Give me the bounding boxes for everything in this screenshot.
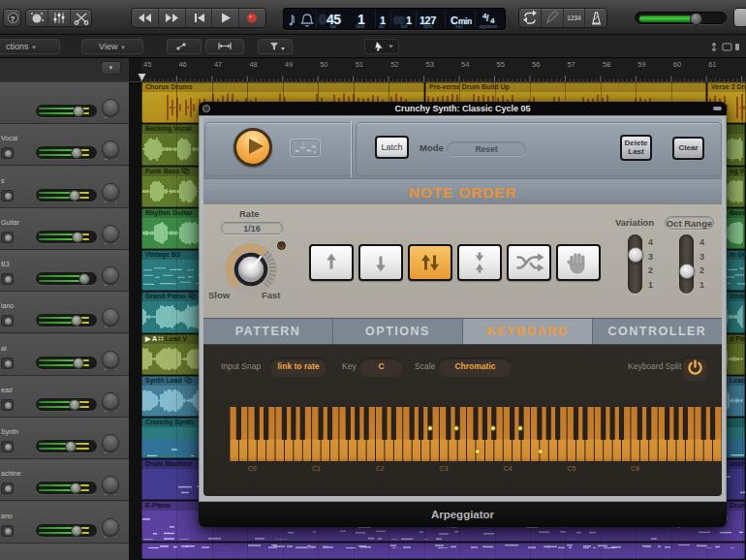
svg-text:C6: C6 <box>631 465 639 472</box>
svg-text:C0: C0 <box>248 465 257 472</box>
svg-text:C4: C4 <box>503 465 512 472</box>
svg-text:C3: C3 <box>440 465 449 472</box>
svg-text:C5: C5 <box>567 465 575 472</box>
svg-text:C1: C1 <box>312 465 321 472</box>
svg-text:C2: C2 <box>376 465 385 472</box>
